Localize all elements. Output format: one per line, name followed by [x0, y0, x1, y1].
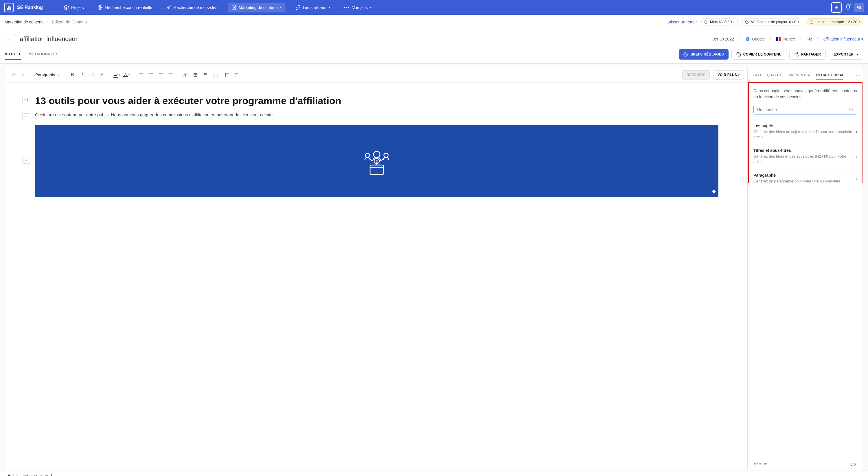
- svg-point-46: [384, 153, 388, 158]
- strikethrough-button[interactable]: S: [97, 70, 106, 79]
- search-input[interactable]: [757, 107, 849, 112]
- chevron-down-icon: ▾: [370, 6, 372, 9]
- nav-motscles[interactable]: Recherche de mots-clés: [163, 3, 221, 12]
- target-icon: [97, 5, 103, 10]
- actions: BREFS RÉGLAGES COPIER LE CONTENU PARTAGE…: [679, 49, 863, 60]
- image-button[interactable]: [191, 70, 199, 79]
- info-icon: i: [859, 21, 860, 24]
- option-titres[interactable]: Titres et sous-titres Générez des titres…: [753, 144, 857, 168]
- svg-line-6: [169, 6, 170, 7]
- svg-line-17: [796, 53, 797, 54]
- breadcrumb-sep: ›: [47, 20, 49, 24]
- chevron-down-icon: ▾: [738, 73, 740, 76]
- logo[interactable]: SE Ranking: [4, 3, 43, 12]
- undo-button[interactable]: ↶: [8, 70, 17, 79]
- dots-icon: •••: [344, 5, 350, 10]
- sidebar-tab-seo[interactable]: SEO: [753, 71, 761, 80]
- chevron-right-icon: ›: [856, 176, 857, 181]
- content-area[interactable]: H1 13 outils pour vous aider à exécuter …: [5, 83, 747, 470]
- chevron-down-icon: ▾: [280, 6, 281, 9]
- svg-point-11: [685, 54, 686, 55]
- sidebar-tab-redacteur[interactable]: RÉDACTEUR IA: [816, 71, 843, 80]
- limite-badge[interactable]: Limite du compte 12 / 20 i: [806, 18, 863, 26]
- ordered-list-button[interactable]: 123: [222, 70, 231, 79]
- brefs-reglages-button[interactable]: BREFS RÉGLAGES: [679, 49, 728, 60]
- option-title: Les sujets: [753, 124, 852, 128]
- svg-line-5: [168, 5, 171, 7]
- exporter-button[interactable]: EXPORTER ▾: [829, 49, 863, 60]
- svg-point-13: [797, 52, 798, 54]
- title-right: Oct-30 2022 | Google | France | FR | aff…: [712, 37, 863, 41]
- mots-ia-value: 0/0 i: [850, 462, 857, 467]
- paragraph-select[interactable]: Paragraphe▾: [33, 71, 62, 78]
- nav-voirplus[interactable]: ••• Voir plus ▾: [341, 3, 375, 12]
- user-avatar[interactable]: AS: [855, 3, 864, 12]
- breadcrumb-current: Éditeur de Contenu: [52, 20, 87, 24]
- italic-button[interactable]: I: [78, 70, 87, 79]
- sidebar-footer: Mots IA: 0/0 i: [748, 458, 863, 470]
- nav-right: ＋ AS: [831, 2, 864, 13]
- h1-block: H1 13 outils pour vous aider à exécuter …: [22, 94, 718, 107]
- tab-article[interactable]: ARTICLE: [5, 49, 22, 60]
- underline-button[interactable]: U: [88, 70, 96, 79]
- svg-point-43: [235, 76, 235, 76]
- mots-ia-label: Mots IA:: [753, 462, 767, 467]
- option-paragraphe[interactable]: Paragraphe Générez un paragraphe pour vo…: [753, 169, 857, 188]
- content-image[interactable]: $: [35, 125, 718, 197]
- mots-ia-badge[interactable]: Mots IA 0 / 0 i: [701, 18, 738, 26]
- main: ↶ ↷ Paragraphe▾ B I U S ▾ A ▾: [0, 64, 868, 470]
- sidebar-tabs: SEO QUALITÉ PRÉSENTER RÉDACTEUR IA: [748, 67, 863, 83]
- quote-button[interactable]: ❝: [201, 70, 210, 79]
- notifications-button[interactable]: [845, 4, 851, 11]
- option-sujets[interactable]: Les sujets Générez des idées de sujets (…: [753, 119, 857, 144]
- key-icon: [166, 5, 171, 10]
- option-desc: Générez des titres et des sous-titres (H…: [753, 154, 852, 164]
- text-color-button[interactable]: A ▾: [122, 70, 131, 79]
- nav-projets[interactable]: Projets: [60, 3, 87, 12]
- highlight-color-button[interactable]: ▾: [112, 70, 121, 79]
- sidebar-intro: Dans cet onglet, vous pouvez générer dif…: [753, 88, 857, 100]
- keyword-link[interactable]: affiliation influenceur ▾: [824, 37, 863, 41]
- link-button[interactable]: [181, 70, 190, 79]
- sidebar-tab-presenter[interactable]: PRÉSENTER: [788, 71, 810, 80]
- nav-liens[interactable]: Liens retours ▾: [292, 3, 334, 12]
- p-text[interactable]: Geekflare est soutenu par notre public. …: [35, 112, 718, 118]
- back-button[interactable]: ←: [5, 34, 15, 44]
- svg-point-2: [99, 6, 101, 9]
- copier-contenu-button[interactable]: COPIER LE CONTENU: [732, 49, 786, 60]
- voir-plus-button[interactable]: VOIR PLUS ▾: [713, 70, 744, 80]
- lang-label: FR: [806, 37, 812, 41]
- unordered-list-button[interactable]: [232, 70, 241, 79]
- add-button[interactable]: ＋: [831, 2, 842, 13]
- search-box[interactable]: [753, 105, 857, 115]
- feedback-link[interactable]: Laisser un retour: [666, 20, 697, 24]
- reecrire-button[interactable]: RÉÉCRIRE: [682, 70, 709, 80]
- brand-name: SE Ranking: [17, 5, 43, 10]
- page-title: affiliation influenceur: [20, 35, 78, 43]
- plagiat-badge[interactable]: Vérificateur de plagiat 0 / 0 i: [741, 18, 802, 26]
- nav-contenu[interactable]: Marketing de contenu ▾: [228, 3, 285, 12]
- align-center-button[interactable]: [147, 70, 155, 79]
- align-justify-button[interactable]: [166, 70, 175, 79]
- code-button[interactable]: 〈 〉: [211, 70, 221, 79]
- tab-metadonnees[interactable]: MÉTADONNÉES: [28, 49, 58, 60]
- image-source-icon: [711, 189, 716, 195]
- nav-concurrentielle[interactable]: Recherche concurrentielle: [94, 3, 156, 12]
- annotation-arrow: [856, 71, 861, 80]
- align-right-button[interactable]: [157, 70, 165, 79]
- svg-point-4: [167, 7, 168, 9]
- h1-text[interactable]: 13 outils pour vous aider à exécuter vot…: [35, 94, 718, 107]
- sidebar-tab-qualite[interactable]: QUALITÉ: [767, 71, 783, 80]
- breadcrumb-link-1[interactable]: Marketing de contenu: [5, 20, 44, 24]
- svg-text:3: 3: [225, 75, 226, 76]
- breadcrumb-bar: Marketing de contenu › Éditeur de Conten…: [0, 15, 868, 29]
- flag-icon: [776, 37, 781, 41]
- toolbar: ↶ ↷ Paragraphe▾ B I U S ▾ A ▾: [5, 67, 747, 83]
- align-left-button[interactable]: [137, 70, 146, 79]
- bold-button[interactable]: B: [68, 70, 77, 79]
- breadcrumb-right: Laisser un retour Mots IA 0 / 0 i Vérifi…: [666, 18, 863, 26]
- partager-button[interactable]: PARTAGER: [789, 49, 826, 60]
- info-icon: i: [734, 21, 734, 24]
- redo-button[interactable]: ↷: [18, 70, 27, 79]
- p-block: P Geekflare est soutenu par notre public…: [22, 112, 718, 120]
